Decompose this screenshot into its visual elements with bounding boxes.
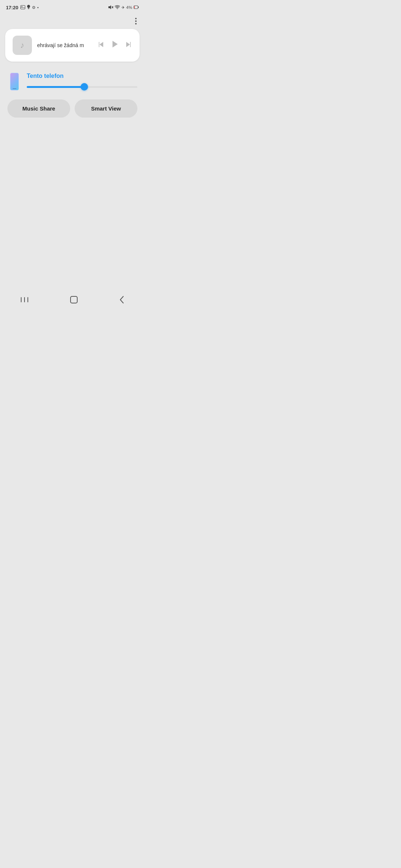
action-buttons: Music Share Smart View (0, 98, 145, 121)
status-time: 17:20 (6, 5, 18, 10)
airplane-icon: ✈ (121, 5, 125, 10)
status-icons-right: ✈ 4% (108, 5, 139, 10)
prev-button[interactable] (97, 41, 104, 50)
status-left: 17:20 ⚙ • (6, 5, 39, 10)
status-bar: 17:20 ⚙ • (0, 0, 145, 13)
phone-visual-icon (10, 73, 19, 91)
svg-rect-8 (138, 7, 139, 8)
music-info: ehrávají se žádná m (37, 42, 92, 49)
svg-rect-3 (28, 9, 29, 9)
nav-bar (0, 291, 145, 313)
battery-icon (134, 5, 139, 10)
mute-icon (108, 5, 113, 10)
volume-fill (27, 86, 84, 88)
smart-view-button[interactable]: Smart View (75, 99, 137, 118)
more-options-button[interactable] (134, 16, 138, 26)
device-label: Tento telefon (27, 73, 137, 79)
volume-right: Tento telefon (27, 73, 137, 91)
music-player-card: ♪ ehrávají se žádná m (5, 29, 140, 62)
volume-thumb[interactable] (81, 83, 88, 91)
album-art: ♪ (13, 36, 32, 55)
back-button[interactable] (119, 296, 124, 306)
volume-slider[interactable] (27, 83, 137, 91)
home-button[interactable] (70, 296, 78, 306)
svg-marker-4 (108, 5, 111, 9)
svg-rect-18 (71, 296, 77, 303)
music-share-button[interactable]: Music Share (7, 99, 70, 118)
phone-icon-wrap (7, 70, 22, 93)
notification-dot: • (37, 5, 39, 10)
more-options-area (0, 13, 145, 27)
battery-percent: 4% (126, 5, 132, 10)
svg-marker-13 (130, 42, 131, 47)
svg-marker-11 (100, 42, 103, 47)
next-button[interactable] (125, 41, 132, 50)
music-note-icon: ♪ (20, 40, 25, 50)
track-title: ehrávají se žádná m (37, 42, 84, 48)
svg-marker-10 (99, 42, 100, 47)
wifi-icon (115, 5, 120, 10)
music-controls (97, 40, 132, 50)
svg-rect-2 (28, 8, 29, 9)
lightbulb-icon (27, 5, 30, 10)
recent-apps-button[interactable] (20, 296, 29, 305)
svg-marker-14 (126, 42, 130, 47)
volume-section: Tento telefon (0, 68, 145, 98)
volume-row: Tento telefon (7, 70, 137, 93)
svg-rect-0 (21, 5, 25, 9)
play-button[interactable] (111, 40, 119, 50)
svg-marker-12 (113, 41, 118, 47)
gear-icon: ⚙ (32, 5, 36, 10)
svg-rect-9 (134, 6, 135, 9)
status-icons-left: ⚙ • (20, 5, 39, 10)
gallery-icon (20, 5, 25, 10)
